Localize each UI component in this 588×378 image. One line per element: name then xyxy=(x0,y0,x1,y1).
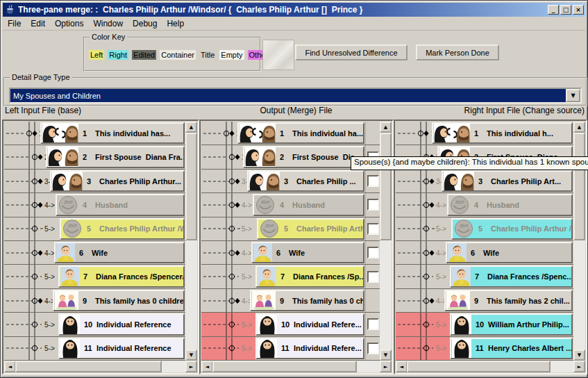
person-item[interactable]: 7Diana Frances /Spenc... xyxy=(450,265,573,287)
merge-checkbox[interactable] xyxy=(367,199,379,211)
merge-checkbox[interactable] xyxy=(367,318,379,330)
person-item[interactable]: me4Husband xyxy=(253,194,364,215)
person-item[interactable]: 10Individual Reference xyxy=(58,313,185,335)
horizontal-scrollbar[interactable]: ◄► xyxy=(396,361,585,372)
person-item[interactable]: 9This family has 0 children xyxy=(53,290,185,311)
person-item[interactable]: 6Wife xyxy=(54,242,185,263)
person-item[interactable]: 11Henry Charles Albert ... xyxy=(450,338,573,359)
scroll-up-icon[interactable]: ▲ xyxy=(573,122,585,133)
link-diagram[interactable]: 5-> xyxy=(4,337,58,360)
person-item[interactable]: me4Husband xyxy=(447,194,573,215)
person-item[interactable]: 6Wife xyxy=(446,242,573,263)
detail-page-select[interactable]: My Spouses and Children ▼ xyxy=(9,88,582,104)
link-diagram[interactable]: 5-> xyxy=(4,265,58,288)
link-diagram[interactable]: 4-> xyxy=(4,289,53,312)
menu-debug[interactable]: Debug xyxy=(128,17,162,30)
link-diagram[interactable]: 3-> xyxy=(201,170,247,192)
minimize-button[interactable]: _ xyxy=(548,5,559,15)
link-diagram[interactable]: 5-> xyxy=(201,217,257,240)
scroll-up-icon[interactable]: ▲ xyxy=(185,122,197,133)
person-item[interactable]: 1This individual ha... xyxy=(237,122,364,144)
merge-checkbox[interactable] xyxy=(367,343,379,354)
scroll-left-icon[interactable]: ◄ xyxy=(201,361,213,372)
person-item[interactable]: 1This individual has... xyxy=(40,122,185,144)
scroll-right-icon[interactable]: ► xyxy=(573,361,585,372)
person-item[interactable]: 2First Spouse Dia xyxy=(243,146,364,167)
vertical-scrollbar[interactable]: ▲▼ xyxy=(185,122,197,361)
scroll-down-icon[interactable]: ▼ xyxy=(573,350,585,361)
link-diagram[interactable]: 3-> xyxy=(4,170,50,192)
link-diagram[interactable]: 4-> xyxy=(396,289,444,312)
person-item[interactable]: 11Individual Refere... xyxy=(255,338,364,359)
link-diagram[interactable]: 5-> xyxy=(4,313,58,336)
menu-help[interactable]: Help xyxy=(162,17,189,30)
link-diagram[interactable]: 5-> xyxy=(201,265,255,288)
merge-checkbox[interactable] xyxy=(367,223,379,235)
chevron-down-icon[interactable]: ▼ xyxy=(566,89,580,102)
person-item[interactable]: me5Charles Philip Arthur /Wi... xyxy=(60,218,185,240)
maximize-button[interactable]: □ xyxy=(560,5,571,15)
person-item[interactable]: 9This family has 2 chil... xyxy=(444,290,573,311)
menu-edit[interactable]: Edit xyxy=(26,17,50,30)
scroll-left-icon[interactable]: ◄ xyxy=(396,361,408,372)
vertical-scrollbar-thumb[interactable] xyxy=(380,133,392,240)
horizontal-scrollbar-thumb[interactable] xyxy=(15,361,162,372)
scroll-down-icon[interactable]: ▼ xyxy=(380,350,392,361)
person-item[interactable]: me5Charles Philip Arthur /... xyxy=(451,218,573,240)
menu-options[interactable]: Options xyxy=(50,17,88,30)
scroll-left-icon[interactable]: ◄ xyxy=(4,361,16,372)
link-diagram[interactable]: 1-> xyxy=(201,122,237,145)
link-diagram[interactable]: 4-> xyxy=(4,193,56,216)
scroll-right-icon[interactable]: ► xyxy=(380,361,392,372)
person-item[interactable]: 1This individual h... xyxy=(432,122,573,144)
vertical-scrollbar-thumb[interactable] xyxy=(185,133,197,240)
link-diagram[interactable]: 4-> xyxy=(396,193,447,216)
link-diagram[interactable]: 3-> xyxy=(396,170,442,192)
person-item[interactable]: 10Individual Refere... xyxy=(255,313,364,335)
scroll-up-icon[interactable]: ▲ xyxy=(380,122,392,133)
person-item[interactable]: 10William Arthur Philip... xyxy=(450,313,573,335)
link-diagram[interactable]: 1-> xyxy=(396,122,432,145)
link-diagram[interactable]: 5-> xyxy=(396,265,450,288)
person-item[interactable]: 7Diana Frances /Sp... xyxy=(255,265,364,287)
horizontal-scrollbar-thumb[interactable] xyxy=(407,361,551,372)
person-item[interactable]: 11Individual Reference xyxy=(58,338,185,359)
merge-checkbox[interactable] xyxy=(367,175,379,187)
person-item[interactable]: me4Husband xyxy=(56,194,185,215)
merge-checkbox[interactable] xyxy=(367,247,379,258)
horizontal-scrollbar[interactable]: ◄► xyxy=(201,361,392,372)
link-diagram[interactable]: 1-> xyxy=(4,122,40,145)
mark-person-done-button[interactable]: Mark Person Done xyxy=(416,44,499,60)
find-unresolved-difference-button[interactable]: Find Unresolved Difference xyxy=(295,44,408,60)
menu-file[interactable]: File xyxy=(3,17,26,30)
scroll-down-icon[interactable]: ▼ xyxy=(185,350,197,361)
person-item[interactable]: 3Charles Philip Art... xyxy=(442,170,573,192)
person-item[interactable]: 3Charles Philip ... xyxy=(247,170,364,192)
person-item[interactable]: 7Diana Frances /Spencer/... xyxy=(58,265,185,287)
link-diagram[interactable]: 5-> xyxy=(4,217,60,240)
horizontal-scrollbar[interactable]: ◄► xyxy=(4,361,197,372)
close-button[interactable]: × xyxy=(573,5,584,15)
menu-window[interactable]: Window xyxy=(88,17,128,30)
link-diagram[interactable]: 4-> xyxy=(396,241,446,264)
link-diagram[interactable]: 5-> xyxy=(396,313,450,336)
link-diagram[interactable]: 4-> xyxy=(201,289,250,312)
vertical-scrollbar-thumb[interactable] xyxy=(573,133,585,240)
person-item[interactable]: 3Charles Philip Arthur... xyxy=(50,170,185,192)
link-diagram[interactable]: 5-> xyxy=(201,337,255,360)
person-item[interactable]: 2First Spouse Diana Fra... xyxy=(46,146,185,167)
link-diagram[interactable]: 4-> xyxy=(201,193,253,216)
link-diagram[interactable]: 5-> xyxy=(396,337,450,360)
merge-checkbox[interactable] xyxy=(367,271,379,283)
person-item[interactable]: 9This family has 0 child... xyxy=(250,290,364,311)
link-diagram[interactable]: 4-> xyxy=(4,241,54,264)
link-diagram[interactable]: 2-> xyxy=(4,145,46,168)
link-diagram[interactable]: 4-> xyxy=(201,241,251,264)
scroll-right-icon[interactable]: ► xyxy=(185,361,197,372)
person-item[interactable]: 6Wife xyxy=(251,242,364,263)
link-diagram[interactable]: 5-> xyxy=(201,313,255,336)
horizontal-scrollbar-thumb[interactable] xyxy=(212,361,357,372)
link-diagram[interactable]: 5-> xyxy=(396,217,451,240)
person-item[interactable]: me5Charles Philip Arth... xyxy=(257,218,364,240)
link-diagram[interactable]: 2-> xyxy=(201,145,243,168)
